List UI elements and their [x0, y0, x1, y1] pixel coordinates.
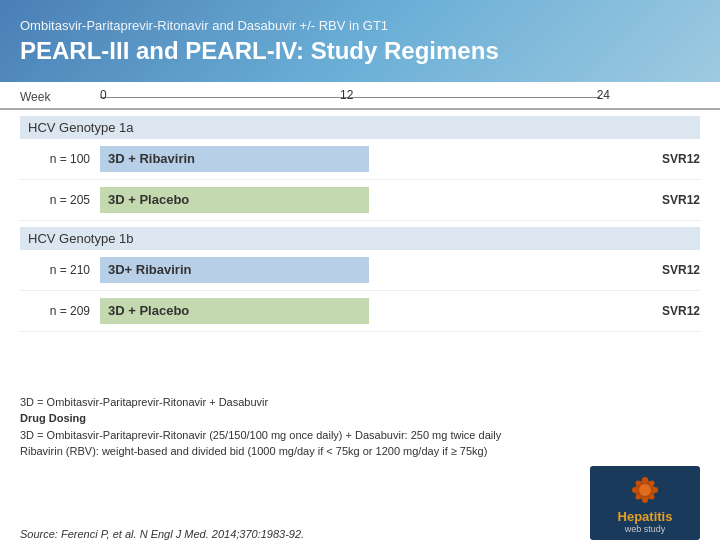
svg-point-4: [632, 487, 638, 493]
n-label: n = 205: [20, 193, 100, 207]
svg-point-9: [650, 494, 655, 499]
hepatitis-sub: web study: [625, 524, 666, 534]
svg-point-1: [639, 484, 651, 496]
svr-label: SVR12: [640, 304, 700, 318]
bar-area: 3D+ Ribavirin: [100, 256, 640, 284]
table-row: n = 100 3D + Ribavirin SVR12: [20, 139, 700, 180]
section-genotype-1a: HCV Genotype 1a n = 100 3D + Ribavirin S…: [20, 116, 700, 221]
svg-point-6: [636, 480, 641, 485]
bar-placebo-1b: 3D + Placebo: [100, 298, 369, 324]
timeline: Week 0 12 24: [0, 82, 720, 110]
svg-point-3: [642, 497, 648, 503]
bar-placebo-1a: 3D + Placebo: [100, 187, 369, 213]
section-header-1a: HCV Genotype 1a: [20, 116, 700, 139]
timeline-track: 0 12 24: [100, 88, 640, 106]
hepatitis-icon: [627, 472, 663, 508]
note-line3: Ribavirin (RBV): weight-based and divide…: [20, 443, 700, 460]
source-row: Source: Ferenci P, et al. N Engl J Med. …: [0, 460, 720, 540]
svg-point-2: [642, 477, 648, 483]
bar-label: 3D + Placebo: [108, 303, 189, 318]
note-line1: 3D = Ombitasvir-Paritaprevir-Ritonavir +…: [20, 394, 700, 411]
svg-point-7: [650, 480, 655, 485]
slide: Ombitasvir-Paritaprevir-Ritonavir and Da…: [0, 0, 720, 540]
n-label: n = 209: [20, 304, 100, 318]
tick-0: 0: [100, 88, 107, 102]
header-title: PEARL-III and PEARL-IV: Study Regimens: [20, 37, 700, 66]
sections: HCV Genotype 1a n = 100 3D + Ribavirin S…: [0, 110, 720, 386]
bar-label: 3D+ Ribavirin: [108, 262, 191, 277]
tick-24: 24: [597, 88, 610, 102]
bar-ribavirin-1b: 3D+ Ribavirin: [100, 257, 369, 283]
svr-label: SVR12: [640, 263, 700, 277]
bar-area: 3D + Placebo: [100, 186, 640, 214]
hepatitis-badge: Hepatitis web study: [590, 466, 700, 540]
hepatitis-title: Hepatitis: [618, 510, 673, 524]
week-label: Week: [20, 90, 100, 104]
bar-label: 3D + Ribavirin: [108, 151, 195, 166]
header: Ombitasvir-Paritaprevir-Ritonavir and Da…: [0, 0, 720, 82]
section-genotype-1b: HCV Genotype 1b n = 210 3D+ Ribavirin SV…: [20, 227, 700, 332]
svg-point-5: [652, 487, 658, 493]
section-header-1b: HCV Genotype 1b: [20, 227, 700, 250]
bar-area: 3D + Ribavirin: [100, 145, 640, 173]
note-line2: 3D = Ombitasvir-Paritaprevir-Ritonavir (…: [20, 427, 700, 444]
note-drug-dosing: Drug Dosing: [20, 410, 700, 427]
table-row: n = 205 3D + Placebo SVR12: [20, 180, 700, 221]
header-subtitle: Ombitasvir-Paritaprevir-Ritonavir and Da…: [20, 18, 700, 33]
svr-label: SVR12: [640, 193, 700, 207]
bar-label: 3D + Placebo: [108, 192, 189, 207]
table-row: n = 209 3D + Placebo SVR12: [20, 291, 700, 332]
table-row: n = 210 3D+ Ribavirin SVR12: [20, 250, 700, 291]
n-label: n = 210: [20, 263, 100, 277]
svg-point-8: [636, 494, 641, 499]
source-text: Source: Ferenci P, et al. N Engl J Med. …: [20, 528, 304, 540]
bar-area: 3D + Placebo: [100, 297, 640, 325]
svr-label: SVR12: [640, 152, 700, 166]
bar-ribavirin-1a: 3D + Ribavirin: [100, 146, 369, 172]
tick-12: 12: [340, 88, 353, 102]
drug-dosing-label: Drug Dosing: [20, 412, 86, 424]
n-label: n = 100: [20, 152, 100, 166]
notes: 3D = Ombitasvir-Paritaprevir-Ritonavir +…: [0, 386, 720, 460]
